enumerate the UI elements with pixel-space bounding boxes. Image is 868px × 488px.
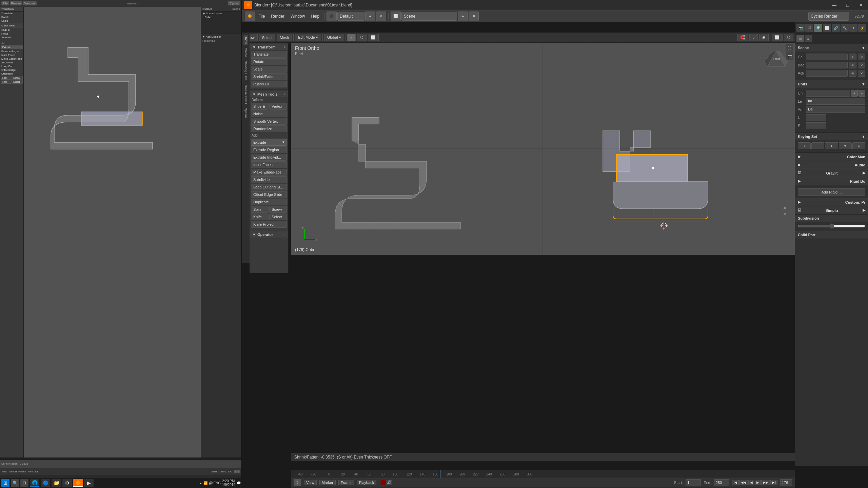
rotate-btn[interactable]: Rotate bbox=[251, 58, 287, 65]
physics-tab-icon[interactable]: ⚡ bbox=[858, 24, 866, 32]
scene-section-header[interactable]: Scene ▼ bbox=[795, 44, 868, 52]
shrink-fatten-btn[interactable]: Shrink/Fatten bbox=[251, 73, 287, 80]
shading-tab[interactable]: Shading / UVs bbox=[243, 60, 248, 82]
engine-input[interactable] bbox=[808, 12, 849, 21]
keying-spec-btn[interactable]: ≡ bbox=[852, 142, 865, 149]
constraint-tab-icon[interactable]: 🔗 bbox=[832, 24, 840, 32]
keying-remove-btn[interactable]: − bbox=[811, 142, 824, 149]
vertex-btn[interactable]: Vertex bbox=[269, 103, 287, 110]
mini-smooth[interactable]: Smooth bbox=[0, 36, 23, 39]
keying-add-btn[interactable]: + bbox=[798, 142, 811, 149]
push-pull-btn[interactable]: Push/Pull bbox=[251, 81, 287, 87]
timeline-frame-btn[interactable]: Frame bbox=[338, 480, 354, 485]
scene-add-icon[interactable]: + bbox=[458, 12, 468, 21]
mini-rotate[interactable]: Rotate bbox=[0, 15, 23, 19]
simplify-checkbox[interactable]: ☑ bbox=[798, 208, 801, 212]
background-x-btn[interactable]: ✕ bbox=[858, 62, 865, 68]
units-s-value[interactable] bbox=[806, 122, 826, 129]
window-menu[interactable]: Window bbox=[288, 12, 308, 21]
operator-options[interactable]: ≡ bbox=[284, 233, 285, 236]
rigid-section-header[interactable]: ▶ Rigid Bo bbox=[795, 177, 868, 185]
current-frame-input[interactable] bbox=[780, 479, 792, 486]
camera-link-btn[interactable]: ⚹ bbox=[849, 54, 856, 60]
taskbar-search-btn[interactable]: 🔍 bbox=[11, 479, 19, 487]
nav-cube[interactable]: Front bbox=[764, 49, 788, 74]
units-scale-value[interactable] bbox=[806, 114, 826, 121]
taskbar-ie-btn[interactable]: 🌐 bbox=[30, 479, 39, 487]
units-section-header[interactable]: Units ▼ bbox=[795, 80, 868, 88]
windows-start-btn[interactable]: ⊞ bbox=[1, 479, 9, 487]
play-reverse-btn[interactable]: ◀ bbox=[748, 480, 754, 485]
particle-tab-icon[interactable]: ✦ bbox=[849, 24, 857, 32]
units-remove-btn[interactable]: − bbox=[859, 90, 865, 97]
default-layout-input[interactable] bbox=[337, 12, 364, 21]
mini-window-btn[interactable]: Window bbox=[23, 1, 37, 5]
noise-btn[interactable]: Noise bbox=[251, 110, 287, 117]
play-btn[interactable]: ▶ bbox=[755, 480, 761, 485]
mesh-tools-options[interactable]: ≡ bbox=[284, 93, 285, 96]
mini-inset-faces[interactable]: Inset Faces bbox=[0, 53, 23, 57]
camera-value[interactable] bbox=[806, 54, 848, 60]
timeline-icon[interactable]: ⏱ bbox=[294, 479, 301, 486]
background-value[interactable] bbox=[806, 62, 848, 68]
mini-view-btn[interactable]: View bbox=[1, 470, 7, 473]
timeline-playback-btn[interactable]: Playback bbox=[357, 480, 377, 485]
mini-scene-item[interactable]: ▶ Scene Layers bbox=[201, 12, 241, 15]
screw-btn[interactable]: Screw bbox=[269, 206, 287, 213]
timeline-marker-btn[interactable]: Marker bbox=[319, 480, 336, 485]
next-frame-btn[interactable]: ▶▶ bbox=[761, 480, 770, 485]
vp-global-btn[interactable]: Global ▾ bbox=[324, 34, 344, 41]
offset-edge-btn[interactable]: Offset Edge Slide bbox=[251, 191, 287, 198]
active-value[interactable] bbox=[806, 70, 848, 77]
vp-proportional-btn[interactable]: ◉ bbox=[759, 34, 769, 41]
mini-render-btn[interactable]: Render bbox=[10, 1, 23, 5]
grease-tab[interactable]: Grease Pencil bbox=[243, 83, 248, 105]
mini-slide-e[interactable]: Slide E bbox=[0, 28, 23, 32]
main-viewport[interactable]: Front Ortho Feet bbox=[291, 43, 795, 255]
extrude-individ-btn[interactable]: Extrude Individ... bbox=[251, 154, 287, 161]
timeline-view-btn[interactable]: View bbox=[304, 480, 317, 485]
units-add-btn[interactable]: + bbox=[851, 90, 858, 97]
vp-edge-btn[interactable]: ⬡ bbox=[357, 34, 367, 41]
smooth-vertex-btn[interactable]: Smooth Vertex bbox=[251, 118, 287, 125]
transform-options[interactable]: ≡ bbox=[284, 45, 285, 49]
loop-cut-btn[interactable]: Loop Cut and Sl... bbox=[251, 184, 287, 190]
vp-snap-btn[interactable]: 🧲 bbox=[737, 34, 748, 41]
scene-x-icon[interactable]: ✕ bbox=[469, 12, 479, 21]
gravity-section-header[interactable]: ☑ Grav.it ▶ bbox=[795, 169, 868, 177]
gravity-checkbox[interactable]: ☑ bbox=[798, 171, 801, 175]
scene-tab-icon[interactable]: 🎬 bbox=[805, 24, 813, 32]
modifier-tab-icon[interactable]: 🔧 bbox=[841, 24, 849, 32]
close-button[interactable]: ✕ bbox=[854, 0, 868, 10]
duplicate-btn[interactable]: Duplicate bbox=[251, 199, 287, 205]
mini-extrude[interactable]: Extrude bbox=[1, 45, 23, 49]
slide-e-btn[interactable]: Slide E bbox=[251, 103, 269, 110]
operator-header[interactable]: ▼ Operator ≡ bbox=[250, 231, 288, 238]
mini-make-edge[interactable]: Make Edge/Face bbox=[0, 57, 23, 61]
vp-select-btn[interactable]: Select bbox=[259, 34, 276, 41]
file-menu[interactable]: File bbox=[256, 12, 268, 21]
mini-select[interactable]: Select bbox=[12, 80, 23, 84]
child-section-header[interactable]: Child Part bbox=[795, 231, 868, 239]
mini-cycles[interactable]: Cycles bbox=[228, 1, 240, 5]
layout-x-icon[interactable]: ✕ bbox=[376, 12, 386, 21]
mini-file-btn[interactable]: File bbox=[1, 1, 9, 5]
timeline-record-btn[interactable] bbox=[380, 480, 386, 485]
vp-face-btn[interactable]: ⬜ bbox=[368, 34, 379, 41]
mini-subdivide[interactable]: Subdivide bbox=[0, 61, 23, 64]
help-menu[interactable]: Help bbox=[308, 12, 322, 21]
background-link-btn[interactable]: ⚹ bbox=[849, 62, 856, 68]
subdivision-section-header[interactable]: Subdivision bbox=[795, 215, 868, 222]
screen-icon[interactable]: ⬜ bbox=[391, 12, 401, 21]
taskbar-chrome-btn[interactable]: 🔵 bbox=[41, 479, 50, 487]
audio-section-header[interactable]: ▶ Audio bbox=[795, 161, 868, 169]
render-tab-icon[interactable]: 📷 bbox=[796, 24, 805, 32]
world-tab-icon[interactable]: 🌍 bbox=[814, 24, 822, 32]
vp-solid-btn[interactable]: ⬜ bbox=[772, 34, 783, 41]
keying-up-btn[interactable]: ▲ bbox=[825, 142, 838, 149]
units-length-value[interactable]: Im bbox=[806, 98, 865, 105]
mini-frame-num[interactable]: 176 bbox=[234, 470, 240, 473]
vp-vertex-btn[interactable]: ⬦ bbox=[347, 34, 356, 41]
color-section-header[interactable]: ▶ Color Man bbox=[795, 153, 868, 161]
mini-spin[interactable]: Spin bbox=[1, 76, 12, 80]
